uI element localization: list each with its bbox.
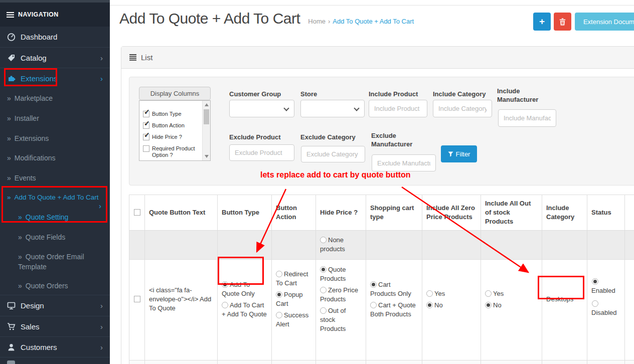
scrollbar-thumb[interactable]	[204, 109, 209, 124]
radio-checked-icon[interactable]	[320, 266, 327, 273]
radio-option[interactable]: Success Alert	[276, 311, 311, 329]
store-label: Store	[300, 90, 317, 98]
radio-option[interactable]: Enabled	[591, 278, 620, 295]
dashboard-icon	[7, 33, 16, 41]
radio-label: No	[434, 301, 443, 309]
radio-unchecked-icon[interactable]	[320, 307, 327, 314]
radio-option[interactable]: Redirect To Cart	[276, 270, 311, 288]
funnel-icon	[448, 151, 453, 157]
radio-unchecked-icon[interactable]	[485, 290, 492, 297]
sidebar-item-customers[interactable]: Customers ›	[0, 336, 110, 357]
radio-option[interactable]: Disabled	[591, 300, 620, 317]
exclude-manufacturer-input[interactable]	[372, 154, 436, 171]
sidebar-item-label: Extensions	[15, 134, 49, 142]
sidebar-item-events[interactable]: »Events	[0, 173, 110, 183]
customer-group-select[interactable]	[229, 100, 294, 117]
radio-option[interactable]: None products	[320, 236, 362, 254]
radio-unchecked-icon[interactable]	[320, 287, 327, 293]
breadcrumb-current[interactable]: Add To Quote + Add To Cart	[333, 18, 414, 25]
hamburger-icon[interactable]	[7, 12, 14, 18]
radio-option[interactable]: Yes	[485, 289, 538, 298]
radio-option[interactable]: Zero Price Products	[320, 286, 362, 304]
customer-group-label: Customer Group	[229, 90, 281, 98]
display-columns-option[interactable]: Hide Price ?	[139, 134, 210, 140]
chevron-right-icon: ›	[100, 74, 103, 83]
sidebar-item-installer[interactable]: »Installer	[0, 113, 110, 123]
radio-option[interactable]: Popup Cart	[276, 290, 311, 308]
scroll-down-icon[interactable]	[205, 155, 209, 158]
display-columns-option[interactable]: Button Action	[139, 122, 210, 129]
checkbox-checked-icon[interactable]	[143, 111, 149, 117]
filter-button[interactable]: Filter	[441, 145, 477, 162]
radio-label: Yes	[493, 290, 504, 297]
sidebar-item-marketplace[interactable]: »Marketplace	[0, 93, 110, 103]
radio-unchecked-icon[interactable]	[276, 312, 282, 318]
sidebar-item-quote-fields[interactable]: »Quote Fields	[0, 232, 110, 242]
radio-unchecked-icon[interactable]	[222, 302, 228, 308]
sidebar-item-label: Installer	[15, 114, 39, 122]
radio-checked-icon[interactable]	[592, 278, 598, 285]
radio-option[interactable]: Yes	[426, 289, 477, 298]
radio-checked-icon[interactable]	[276, 291, 282, 298]
exclude-category-input[interactable]	[301, 146, 365, 162]
sidebar-item-quote-setting[interactable]: »Quote Setting	[0, 212, 110, 222]
radio-checked-icon[interactable]	[426, 302, 433, 308]
sidebar-item-dashboard[interactable]: Dashboard	[0, 26, 110, 47]
select-all-checkbox[interactable]	[134, 209, 140, 216]
sidebar-item-sales[interactable]: Sales ›	[0, 316, 110, 336]
sidebar-item-quote-order-email-template[interactable]: »Quote Order Email Template	[0, 252, 110, 272]
row-checkbox[interactable]	[134, 296, 140, 302]
delete-button[interactable]	[554, 13, 571, 31]
col-hide-price: Hide Price ?	[316, 195, 366, 231]
radio-unchecked-icon[interactable]	[320, 237, 327, 243]
radio-option[interactable]: Cart + Quote Both Products	[370, 301, 418, 319]
exclude-product-input[interactable]	[229, 144, 294, 161]
radio-unchecked-icon[interactable]	[370, 302, 377, 308]
include-product-label: Include Product	[369, 90, 418, 98]
radio-option[interactable]: No	[426, 301, 477, 310]
extension-documentation-button[interactable]: Extension Documentation	[575, 13, 634, 31]
include-category-input[interactable]	[433, 100, 492, 117]
include-manufacturer-input[interactable]	[498, 109, 556, 127]
sidebar-item-modifications[interactable]: »Modifications	[0, 153, 110, 163]
radio-unchecked-icon[interactable]	[276, 271, 282, 277]
radio-unchecked-icon[interactable]	[592, 300, 598, 307]
sidebar-item-quote-orders[interactable]: »Quote Orders	[0, 281, 110, 291]
list-icon	[129, 54, 136, 61]
include-category-cell: Desktops	[542, 260, 587, 360]
sidebar-item-add-to-quote[interactable]: »Add To Quote + Add To Cart	[0, 193, 110, 203]
include-category-label: Include Category	[433, 90, 486, 98]
double-angle-icon: »	[7, 194, 11, 201]
display-columns-option[interactable]: Required Product Option ?	[139, 145, 210, 158]
add-button[interactable]: +	[533, 13, 551, 31]
radio-option[interactable]: Add To Cart + Add To Quote	[222, 301, 267, 319]
checkbox-checked-icon[interactable]	[143, 134, 149, 140]
checkbox-checked-icon[interactable]	[143, 122, 149, 129]
radio-checked-icon[interactable]	[485, 302, 492, 308]
scrollbar[interactable]	[202, 101, 210, 160]
status-cell: Enabled Disabled	[587, 260, 625, 360]
sidebar-item-extensions-sub[interactable]: »Extensions	[0, 133, 110, 143]
include-product-input[interactable]	[369, 100, 427, 117]
radio-option[interactable]: No	[485, 301, 538, 310]
radio-option[interactable]: Add To Quote Only	[222, 280, 267, 298]
partial-menu-icon	[7, 360, 15, 364]
breadcrumb-home[interactable]: Home	[308, 18, 326, 25]
display-columns-option[interactable]: Button Type	[139, 111, 210, 117]
exclude-category-label: Exclude Category	[300, 133, 356, 141]
store-select[interactable]	[300, 100, 365, 117]
display-columns-button[interactable]: Display Columns	[139, 87, 211, 100]
trash-icon	[559, 18, 566, 26]
display-columns-list[interactable]: Button Type Button Action Hide Price ? R…	[139, 100, 211, 161]
radio-option[interactable]: Quote Products	[320, 265, 362, 283]
radio-checked-icon[interactable]	[370, 281, 377, 288]
radio-unchecked-icon[interactable]	[426, 290, 433, 297]
sidebar-item-extensions[interactable]: Extensions ›	[0, 68, 110, 88]
checkbox-unchecked-icon[interactable]	[143, 145, 149, 152]
sidebar-item-catalog[interactable]: Catalog ›	[0, 47, 110, 68]
radio-checked-icon[interactable]	[222, 281, 228, 288]
radio-option[interactable]: Cart Products Only	[370, 280, 418, 298]
sidebar-item-design[interactable]: Design ›	[0, 295, 110, 316]
radio-option[interactable]: Out of stock Products	[320, 306, 362, 333]
scroll-up-icon[interactable]	[205, 103, 209, 106]
